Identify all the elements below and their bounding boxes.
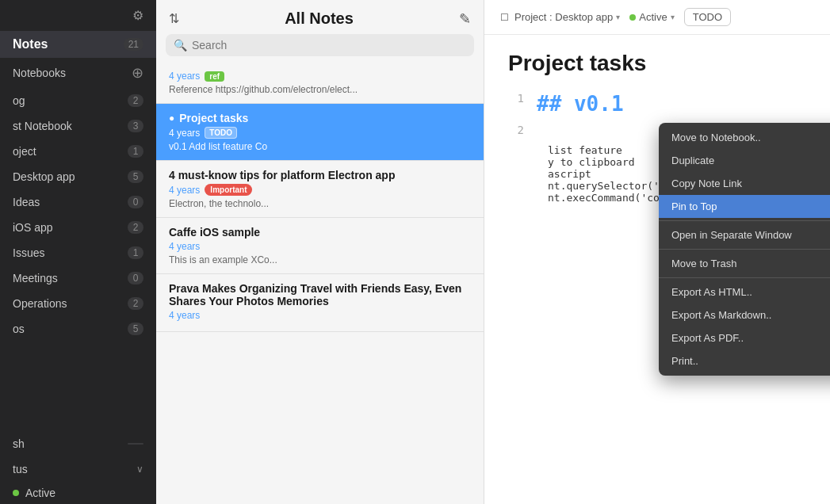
context-menu: Move to Notebook.. M Duplicate ⌘D Copy N… bbox=[659, 123, 830, 376]
project-label: Project : Desktop app bbox=[514, 11, 613, 23]
toolbar-status[interactable]: Active ▾ bbox=[629, 11, 674, 23]
sidebar-item-os[interactable]: os 5 bbox=[0, 316, 156, 342]
menu-item-label: Move to Notebook.. bbox=[671, 132, 761, 143]
note-item-project[interactable]: ● Project tasks 4 years TODO v0.1 Add li… bbox=[156, 104, 484, 161]
note-preview: Reference https://github.com/electron/el… bbox=[169, 84, 471, 95]
chevron-down-icon: ▾ bbox=[671, 13, 675, 21]
gear-icon[interactable]: ⚙ bbox=[132, 8, 143, 23]
important-tag: Important bbox=[205, 184, 252, 196]
menu-item-copy-link[interactable]: Copy Note Link ⌘C bbox=[659, 172, 830, 195]
sidebar-item-stnotebook[interactable]: st Notebook 3 bbox=[0, 113, 156, 139]
menu-item-label: Copy Note Link bbox=[671, 178, 742, 189]
note-title: 4 must-know tips for platform Electron a… bbox=[169, 169, 471, 181]
sidebar-item-label: Desktop app bbox=[13, 170, 75, 183]
active-label: Active bbox=[25, 487, 55, 499]
sidebar-item-count: 1 bbox=[128, 246, 143, 259]
menu-item-trash[interactable]: Move to Trash ⌘⌫ bbox=[659, 252, 830, 275]
line-number: 2 bbox=[508, 124, 524, 136]
sidebar-item-label: Issues bbox=[13, 246, 44, 259]
sidebar-item-label: sh bbox=[13, 437, 25, 450]
note-title: Caffe iOS sample bbox=[169, 226, 471, 239]
menu-item-label: Export As Markdown.. bbox=[671, 309, 771, 321]
menu-item-duplicate[interactable]: Duplicate ⌘D bbox=[659, 149, 830, 172]
sidebar-active-item[interactable]: Active bbox=[0, 482, 156, 504]
note-list-title: All Notes bbox=[179, 10, 459, 28]
plus-icon[interactable]: ⊕ bbox=[132, 64, 143, 82]
sidebar-item-label: Operations bbox=[13, 297, 67, 310]
note-list: ⇅ All Notes ✎ 🔍 4 years ref Reference ht… bbox=[156, 0, 484, 504]
sidebar-item-count: 2 bbox=[128, 297, 143, 310]
status-dot-icon bbox=[629, 14, 636, 21]
compose-icon[interactable]: ✎ bbox=[459, 10, 471, 28]
note-meta: 4 years TODO bbox=[169, 127, 471, 139]
menu-item-open-window[interactable]: Open in Separate Window ⇧↵ bbox=[659, 223, 830, 246]
sidebar-item-label: st Notebook bbox=[13, 120, 72, 132]
sidebar-item-sh[interactable]: sh bbox=[0, 431, 156, 456]
search-input[interactable] bbox=[192, 39, 466, 52]
sidebar-item-operations[interactable]: Operations 2 bbox=[0, 291, 156, 316]
menu-separator bbox=[659, 249, 830, 250]
sidebar-item-oject[interactable]: oject 1 bbox=[0, 139, 156, 164]
sidebar-item-ios[interactable]: iOS app 2 bbox=[0, 215, 156, 240]
note-item-ref[interactable]: 4 years ref Reference https://github.com… bbox=[156, 63, 484, 104]
menu-item-label: Open in Separate Window bbox=[671, 229, 792, 241]
menu-item-print[interactable]: Print.. ⇧⌘P bbox=[659, 349, 830, 372]
sidebar-item-count: 0 bbox=[128, 196, 143, 208]
search-bar[interactable]: 🔍 bbox=[166, 34, 474, 56]
menu-item-pin-top[interactable]: Pin to Top P bbox=[659, 195, 830, 218]
sidebar-status-toggle[interactable]: tus ∨ bbox=[0, 456, 156, 482]
document-icon: ☐ bbox=[500, 12, 509, 23]
sidebar-item-ideas[interactable]: Ideas 0 bbox=[0, 189, 156, 215]
sidebar-item-label: Meetings bbox=[13, 272, 58, 284]
note-meta: 4 years bbox=[169, 241, 471, 252]
sidebar-item-desktop[interactable]: Desktop app 5 bbox=[0, 164, 156, 189]
sidebar-item-notes[interactable]: Notes 21 bbox=[0, 31, 156, 58]
note-title: ● Project tasks bbox=[169, 112, 471, 124]
menu-item-label: Pin to Top bbox=[671, 200, 717, 212]
status-label: Active bbox=[639, 11, 667, 23]
note-meta: 4 years ref bbox=[169, 71, 471, 82]
menu-item-export-html[interactable]: Export As HTML.. bbox=[659, 281, 830, 304]
line-number: 1 bbox=[508, 92, 524, 116]
note-preview: v0.1 Add list feature Co bbox=[169, 141, 471, 152]
active-dot-icon bbox=[13, 490, 19, 496]
sidebar-bottom: sh tus ∨ Active bbox=[0, 431, 156, 504]
sidebar-item-og[interactable]: og 2 bbox=[0, 88, 156, 113]
note-item-caffe[interactable]: Caffe iOS sample 4 years This is an exam… bbox=[156, 218, 484, 274]
menu-separator bbox=[659, 277, 830, 278]
note-meta: 4 years Important bbox=[169, 184, 471, 196]
tag-badge: ref bbox=[205, 71, 224, 82]
chevron-down-icon: ∨ bbox=[136, 464, 143, 475]
note-item-tips[interactable]: 4 must-know tips for platform Electron a… bbox=[156, 161, 484, 218]
sidebar-item-count: 2 bbox=[128, 94, 143, 107]
note-meta: 4 years bbox=[169, 310, 471, 321]
menu-item-label: Export As PDF.. bbox=[671, 332, 744, 344]
menu-separator bbox=[659, 220, 830, 221]
menu-item-export-pdf[interactable]: Export As PDF.. bbox=[659, 326, 830, 349]
note-years: 4 years bbox=[169, 241, 200, 252]
note-item-prava[interactable]: Prava Makes Organizing Travel with Frien… bbox=[156, 274, 484, 332]
notebooks-label: Notebooks bbox=[13, 67, 66, 79]
note-preview: Electron, the technolo... bbox=[169, 198, 471, 209]
sidebar-header: ⚙ bbox=[0, 0, 156, 31]
note-years: 4 years bbox=[169, 185, 200, 196]
sort-icon[interactable]: ⇅ bbox=[169, 11, 179, 26]
sidebar-item-count: 3 bbox=[128, 120, 143, 132]
note-title-text: Project tasks bbox=[179, 112, 248, 124]
todo-button[interactable]: TODO bbox=[684, 8, 731, 26]
sidebar-notebooks-row[interactable]: Notebooks ⊕ bbox=[0, 58, 156, 88]
note-status-icon: ● bbox=[169, 113, 174, 124]
sidebar-item-count: 5 bbox=[128, 323, 143, 335]
sidebar-item-meetings[interactable]: Meetings 0 bbox=[0, 265, 156, 291]
note-years: 4 years bbox=[169, 128, 200, 139]
chevron-down-icon: ▾ bbox=[616, 13, 620, 21]
sidebar-item-count: 1 bbox=[128, 145, 143, 158]
sidebar-item-count bbox=[128, 443, 143, 445]
toolbar-project[interactable]: ☐ Project : Desktop app ▾ bbox=[500, 11, 620, 23]
menu-item-move-notebook[interactable]: Move to Notebook.. M bbox=[659, 126, 830, 149]
sidebar-item-issues[interactable]: Issues 1 bbox=[0, 240, 156, 265]
menu-item-export-md[interactable]: Export As Markdown.. bbox=[659, 304, 830, 326]
note-years: 4 years bbox=[169, 310, 200, 321]
note-years: 4 years bbox=[169, 71, 200, 82]
note-preview: This is an example XCo... bbox=[169, 254, 471, 265]
